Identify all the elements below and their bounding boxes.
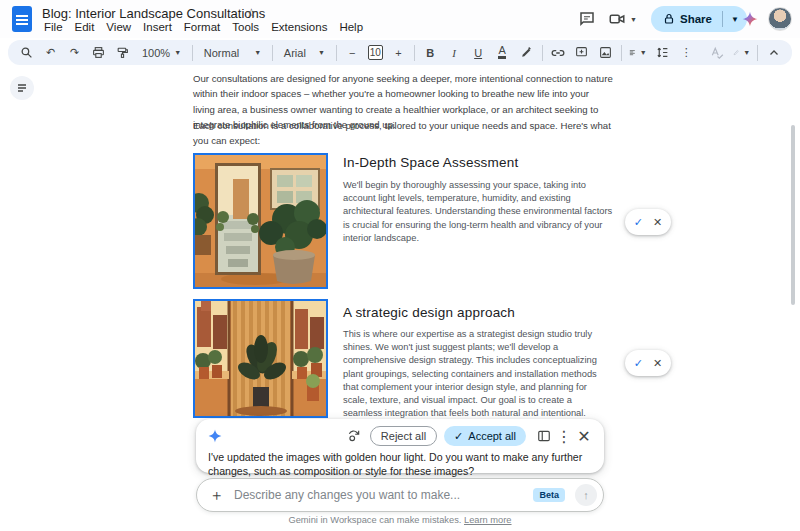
search-menus-button[interactable]: [18, 43, 35, 62]
document-tabs-button[interactable]: [10, 76, 34, 100]
star-icon[interactable]: ☆: [246, 6, 257, 20]
menu-format[interactable]: Format: [178, 20, 226, 34]
gemini-icon[interactable]: [742, 11, 758, 27]
add-comment-button[interactable]: [573, 43, 590, 62]
paint-roller-icon: [116, 46, 129, 59]
section-body-2[interactable]: This is where our expertise as a strateg…: [343, 328, 613, 420]
insert-image-button[interactable]: [597, 43, 614, 62]
chevron-down-icon: ▼: [318, 49, 325, 56]
join-call-button[interactable]: ▼: [608, 0, 637, 38]
section-image-space-assessment[interactable]: [193, 153, 328, 289]
menu-insert[interactable]: Insert: [137, 20, 178, 34]
line-spacing-button[interactable]: [654, 43, 671, 62]
paint-format-button[interactable]: [114, 43, 131, 62]
print-icon: [92, 46, 105, 59]
document-title[interactable]: Blog: Interior Landscape Consultations: [42, 6, 265, 21]
chevron-down-icon: ▼: [174, 49, 181, 56]
toolbar-divider: [542, 45, 543, 61]
image-icon: [599, 46, 612, 59]
comment-icon: [578, 10, 596, 28]
menu-bar: File Edit View Insert Format Tools Exten…: [38, 20, 369, 34]
beta-badge: Beta: [533, 488, 565, 502]
menu-edit[interactable]: Edit: [69, 20, 101, 34]
font-select[interactable]: Arial ▼: [280, 43, 329, 62]
menu-view[interactable]: View: [100, 20, 137, 34]
share-button-label: Share: [680, 13, 712, 25]
chevron-down-icon: ▼: [743, 49, 750, 56]
video-camera-icon: [608, 10, 626, 28]
more-options-button[interactable]: ⋮: [554, 426, 574, 446]
insert-link-button[interactable]: [549, 43, 566, 62]
accept-suggestion-icon[interactable]: ✓: [634, 357, 643, 370]
editing-mode-button[interactable]: ▼: [733, 43, 751, 62]
highlight-color-button[interactable]: [518, 43, 535, 62]
menu-help[interactable]: Help: [333, 20, 369, 34]
reject-suggestion-icon[interactable]: ✕: [653, 357, 662, 370]
reject-all-button[interactable]: Reject all: [370, 426, 437, 446]
increase-font-size-button[interactable]: +: [390, 43, 407, 62]
menu-extensions[interactable]: Extensions: [265, 20, 333, 34]
golden-hour-room-illustration: [195, 155, 326, 287]
gemini-message: I've updated the images with golden hour…: [208, 450, 592, 478]
line-spacing-icon: [656, 46, 669, 59]
account-avatar[interactable]: [768, 7, 792, 31]
section-heading-2[interactable]: A strategic design approach: [343, 305, 515, 320]
gemini-disclaimer: Gemini in Workspace can make mistakes. L…: [0, 515, 800, 525]
close-icon: ✕: [577, 427, 590, 446]
section-image-design-approach[interactable]: [193, 299, 328, 418]
hide-menus-button[interactable]: [765, 43, 782, 62]
regenerate-icon: [347, 429, 361, 443]
text-color-button[interactable]: A: [494, 43, 511, 62]
regenerate-button[interactable]: [344, 426, 364, 446]
gemini-spark-icon: [208, 429, 222, 443]
accept-suggestion-icon[interactable]: ✓: [634, 216, 643, 229]
accept-all-label: Accept all: [468, 430, 516, 442]
add-attachment-icon[interactable]: ＋: [209, 486, 224, 505]
bold-button[interactable]: B: [422, 43, 439, 62]
close-panel-button[interactable]: ✕: [574, 426, 594, 446]
menu-tools[interactable]: Tools: [226, 20, 265, 34]
align-button[interactable]: ▼: [629, 43, 647, 62]
check-icon: ✓: [454, 430, 463, 443]
paragraph-style-select[interactable]: Normal ▼: [200, 43, 265, 62]
side-panel-icon: [537, 429, 551, 443]
undo-button[interactable]: ↶: [42, 43, 59, 62]
learn-more-link[interactable]: Learn more: [464, 515, 512, 525]
redo-button[interactable]: ↷: [66, 43, 83, 62]
decrease-font-size-button[interactable]: −: [344, 43, 361, 62]
zoom-value: 100%: [142, 47, 170, 59]
doc-paragraph-2[interactable]: Each consultation is a collaborative pro…: [193, 118, 613, 149]
menu-file[interactable]: File: [38, 20, 69, 34]
italic-button[interactable]: I: [446, 43, 463, 62]
toolbar-divider: [621, 45, 622, 61]
font-value: Arial: [284, 47, 306, 59]
toolbar-divider: [192, 45, 193, 61]
section-heading-1[interactable]: In-Depth Space Assessment: [343, 155, 518, 170]
print-button[interactable]: [90, 43, 107, 62]
gemini-prompt-input[interactable]: [234, 488, 523, 502]
send-prompt-button[interactable]: ↑: [575, 484, 597, 506]
more-toolbar-options-button[interactable]: ⋮: [678, 43, 695, 62]
font-size-input[interactable]: 10: [368, 45, 383, 60]
add-comment-icon: [575, 46, 588, 59]
highlighter-icon: [520, 46, 533, 59]
text-color-label: A: [498, 46, 505, 59]
reject-suggestion-icon[interactable]: ✕: [653, 216, 662, 229]
share-button-main[interactable]: Share: [651, 13, 722, 25]
chevron-up-icon: [768, 47, 780, 59]
open-side-panel-button[interactable]: [534, 426, 554, 446]
open-comments-button[interactable]: [578, 0, 596, 38]
spelling-suggestions-button[interactable]: [709, 43, 726, 62]
accept-all-button[interactable]: ✓ Accept all: [444, 426, 526, 446]
underline-button[interactable]: U: [470, 43, 487, 62]
section-body-1[interactable]: We'll begin by thoroughly assessing your…: [343, 179, 613, 245]
app-header: Blog: Interior Landscape Consultations ☆…: [0, 0, 800, 38]
google-docs-logo-icon[interactable]: [12, 6, 32, 32]
toolbar-divider: [272, 45, 273, 61]
link-icon: [551, 46, 565, 60]
scrollbar[interactable]: [791, 125, 795, 305]
zoom-select[interactable]: 100% ▼: [138, 43, 185, 62]
search-icon: [20, 46, 33, 59]
pencil-icon: [733, 46, 740, 59]
share-button[interactable]: Share ▼: [651, 6, 747, 32]
